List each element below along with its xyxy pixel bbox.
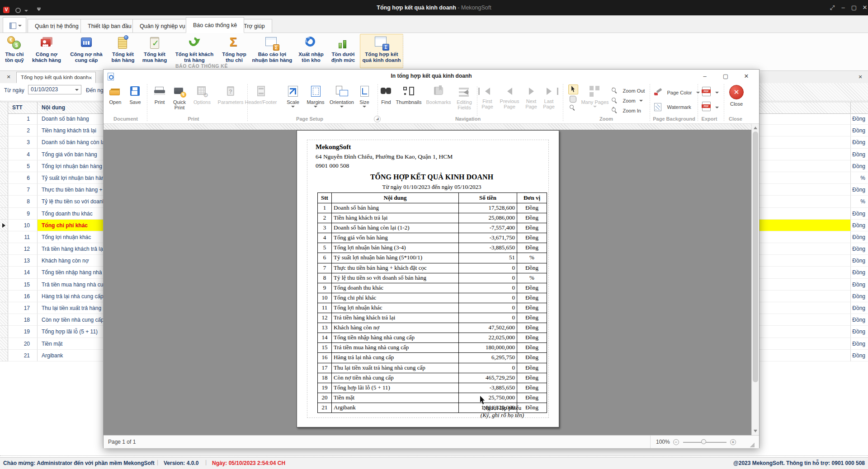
editing-fields-button[interactable]: Editing Fields bbox=[454, 85, 474, 110]
cell-unit[interactable]: Đồng bbox=[851, 149, 868, 160]
cell-stt[interactable]: 4 bbox=[8, 149, 38, 160]
parameters-button[interactable]: Parameters bbox=[216, 85, 245, 105]
cell-stt[interactable]: 13 bbox=[8, 255, 38, 267]
close-icon[interactable]: ✕ bbox=[5, 73, 13, 80]
open-button[interactable]: Open bbox=[107, 85, 123, 105]
cell-unit[interactable]: Đồng bbox=[851, 136, 868, 148]
page-color-button[interactable]: Page Color bbox=[654, 88, 704, 96]
bookmarks-button[interactable]: Bookmarks bbox=[425, 85, 453, 105]
zoom-in-icon[interactable]: + bbox=[730, 439, 736, 445]
cell-unit[interactable]: Đồng bbox=[851, 326, 868, 338]
tab-quan-ly-nghiep-vu[interactable]: Quản lý nghiệp vụ bbox=[132, 19, 193, 33]
close-icon[interactable]: ✕ bbox=[856, 73, 864, 80]
send-email-button[interactable] bbox=[702, 102, 722, 113]
close-icon[interactable]: ✕ bbox=[739, 70, 754, 83]
thumbnails-button[interactable]: Thumbnails bbox=[395, 85, 423, 105]
first-page-button[interactable]: First Page bbox=[480, 85, 495, 109]
minimize-icon[interactable]: – bbox=[697, 70, 712, 83]
pointer-tool-button[interactable] bbox=[568, 84, 578, 94]
cell-unit[interactable]: Đồng bbox=[851, 243, 868, 255]
cell-stt[interactable]: 18 bbox=[8, 314, 38, 326]
tab-thiet-lap-ban-dau[interactable]: Thiết lập ban đầu bbox=[80, 19, 139, 33]
previous-page-button[interactable]: Previous Page bbox=[497, 85, 522, 109]
cell-stt[interactable]: 10 bbox=[8, 220, 38, 231]
cell-stt[interactable]: 21 bbox=[8, 350, 38, 361]
cell-unit[interactable]: Đồng bbox=[851, 314, 868, 326]
cell-stt[interactable]: 15 bbox=[8, 279, 38, 291]
orientation-button[interactable]: Orientation bbox=[328, 85, 356, 108]
cell-unit[interactable]: Đồng bbox=[851, 208, 868, 220]
cell-stt[interactable]: 11 bbox=[8, 231, 38, 243]
cell-unit[interactable]: Đồng bbox=[851, 267, 868, 278]
cell-unit[interactable]: Đồng bbox=[851, 184, 868, 196]
cell-stt[interactable]: 2 bbox=[8, 125, 38, 136]
zoom-button[interactable]: Zoom bbox=[612, 96, 648, 104]
scrollbar-thumb[interactable] bbox=[753, 131, 758, 382]
close-icon[interactable]: ✕ bbox=[89, 73, 92, 83]
resize-grip[interactable] bbox=[749, 442, 755, 447]
quick-print-button[interactable]: Quick Print bbox=[170, 85, 189, 110]
zoom-in-button[interactable]: + Zoom In bbox=[612, 106, 648, 114]
cell-stt[interactable]: 8 bbox=[8, 196, 38, 207]
cell-stt[interactable]: 14 bbox=[8, 267, 38, 278]
preview-surface[interactable]: MekongSoft 64 Nguyễn Đình Chiểu, Phường … bbox=[104, 124, 759, 435]
cell-unit[interactable]: Đồng bbox=[851, 350, 868, 361]
chevron-down-icon[interactable] bbox=[75, 89, 79, 91]
close-preview-button[interactable]: Close bbox=[727, 85, 745, 107]
document-tab[interactable]: Tổng hợp kết quả kinh doanh ✕ bbox=[16, 72, 96, 83]
cell-stt[interactable]: 6 bbox=[8, 172, 38, 184]
column-header-don-vi[interactable] bbox=[851, 102, 868, 113]
cell-unit[interactable]: Đồng bbox=[851, 231, 868, 243]
cell-stt[interactable]: 20 bbox=[8, 338, 38, 350]
scale-button[interactable]: Scale bbox=[283, 85, 302, 108]
header-footer-button[interactable]: Header/Footer bbox=[242, 85, 280, 105]
cell-unit[interactable]: Đồng bbox=[851, 302, 868, 314]
magnifier-icon[interactable] bbox=[570, 105, 576, 111]
cell-stt[interactable]: 5 bbox=[8, 160, 38, 172]
ribbon-layout-button[interactable] bbox=[3, 17, 26, 33]
dialog-titlebar[interactable]: In tổng hợp kết quả kinh doanh – ▢ ✕ bbox=[104, 70, 759, 83]
maximize-icon[interactable]: ▢ bbox=[718, 70, 733, 83]
chevron-down-icon[interactable] bbox=[24, 10, 28, 12]
cell-unit[interactable]: Đồng bbox=[851, 160, 868, 172]
cell-stt[interactable]: 19 bbox=[8, 326, 38, 338]
watermark-button[interactable]: Watermark bbox=[654, 103, 704, 111]
scroll-down-icon[interactable] bbox=[754, 430, 757, 432]
cell-stt[interactable]: 7 bbox=[8, 184, 38, 196]
next-page-button[interactable]: Next Page bbox=[523, 85, 539, 109]
cell-unit[interactable]: Đồng bbox=[851, 291, 868, 302]
tab-bao-cao-thong-ke[interactable]: Báo cáo thống kê bbox=[186, 17, 244, 33]
zoom-out-button[interactable]: − Zoom Out bbox=[612, 86, 648, 94]
cell-unit[interactable]: % bbox=[851, 196, 868, 207]
cell-stt[interactable]: 17 bbox=[8, 302, 38, 314]
cell-unit[interactable]: Đồng bbox=[851, 255, 868, 267]
options-button[interactable]: Options bbox=[191, 85, 213, 105]
cell-stt[interactable]: 12 bbox=[8, 243, 38, 255]
scroll-up-icon[interactable] bbox=[754, 127, 757, 129]
find-button[interactable]: Find bbox=[379, 85, 393, 105]
save-button[interactable]: Save bbox=[127, 85, 143, 105]
many-pages-button[interactable]: Many Pages bbox=[580, 85, 610, 108]
last-page-button[interactable]: Last Page bbox=[541, 85, 557, 109]
cell-stt[interactable]: 3 bbox=[8, 136, 38, 148]
cell-stt[interactable]: 9 bbox=[8, 208, 38, 220]
zoom-slider-knob[interactable] bbox=[701, 439, 706, 444]
from-date-input[interactable]: 01/10/2023 bbox=[28, 85, 81, 94]
cell-unit[interactable]: Đồng bbox=[851, 220, 868, 231]
cell-stt[interactable]: 1 bbox=[8, 113, 38, 125]
quick-access-icon[interactable] bbox=[15, 8, 21, 13]
cell-unit[interactable]: Đồng bbox=[851, 125, 868, 136]
column-header-stt[interactable]: STT bbox=[8, 102, 38, 113]
preview-scrollbar[interactable] bbox=[751, 124, 759, 435]
zoom-out-icon[interactable]: − bbox=[673, 439, 679, 445]
ribbon-pin-icon[interactable] bbox=[37, 9, 41, 11]
cell-unit[interactable]: Đồng bbox=[851, 338, 868, 350]
cell-unit[interactable]: Đồng bbox=[851, 113, 868, 125]
hand-tool-icon[interactable] bbox=[570, 96, 576, 103]
print-button[interactable]: Print bbox=[151, 85, 168, 105]
cell-stt[interactable]: 16 bbox=[8, 291, 38, 302]
cell-unit[interactable]: % bbox=[851, 172, 868, 184]
close-icon[interactable]: ✕ bbox=[858, 0, 868, 15]
tab-quan-tri-he-thong[interactable]: Quản trị hệ thống bbox=[28, 19, 86, 33]
cell-unit[interactable]: Đồng bbox=[851, 279, 868, 291]
